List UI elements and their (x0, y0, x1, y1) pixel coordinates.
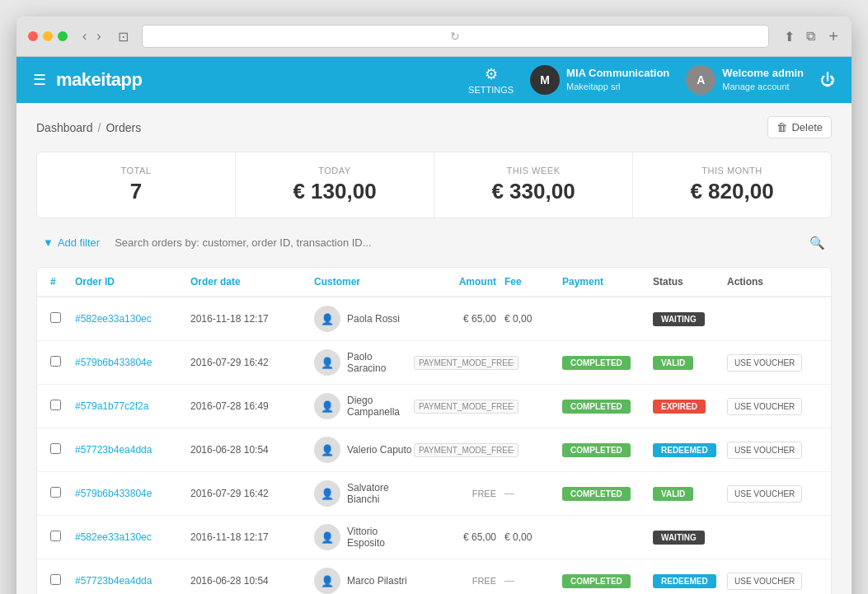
col-order-date[interactable]: Order date (190, 276, 314, 288)
row-checkbox[interactable] (50, 531, 75, 544)
row-checkbox[interactable] (50, 312, 75, 325)
stats-card: TOTAL 7 TODAY € 130,00 THIS WEEK € 330,0… (36, 152, 832, 218)
row-fee: € 0,00 (504, 313, 562, 325)
row-payment: COMPLETED (562, 443, 653, 457)
row-order-id[interactable]: #582ee33a130ec (75, 531, 190, 543)
stat-today-value: € 130,00 (256, 179, 414, 204)
col-hash: # (50, 276, 75, 288)
row-status: VALID (653, 487, 727, 501)
use-voucher-button[interactable]: USE VOUCHER (727, 485, 802, 503)
row-checkbox[interactable] (50, 487, 75, 500)
row-actions: USE VOUCHER (727, 398, 818, 415)
row-payment: COMPLETED (562, 487, 653, 501)
breadcrumb-actions: 🗑 Delete (767, 116, 832, 138)
delete-button[interactable]: 🗑 Delete (767, 116, 832, 138)
maximize-dot[interactable] (58, 31, 68, 41)
customer-name: Vittorio Esposito (347, 526, 414, 549)
payment-tag: PAYMENT_MODE_FREE (414, 443, 518, 457)
status-badge: COMPLETED (562, 356, 631, 370)
row-amount: FREE (414, 488, 504, 499)
row-checkbox[interactable] (50, 443, 75, 456)
row-checkbox[interactable] (50, 400, 75, 413)
row-order-id[interactable]: #579b6b433804e (75, 357, 190, 368)
share-button[interactable]: ⬆ (781, 29, 798, 44)
row-fee: — (504, 488, 562, 499)
row-date: 2016-06-28 10:54 (190, 575, 314, 587)
row-amount: PAYMENT_MODE_FREE (414, 444, 504, 456)
app-content: Dashboard / Orders 🗑 Delete TOTAL 7 TODA… (16, 103, 852, 594)
customer-name: Paolo Saracino (347, 351, 414, 374)
row-order-id[interactable]: #579b6b433804e (75, 488, 190, 499)
add-filter-button[interactable]: ▼ Add filter (36, 232, 106, 254)
minimize-dot[interactable] (43, 31, 53, 41)
stat-today: TODAY € 130,00 (236, 152, 434, 217)
use-voucher-button[interactable]: USE VOUCHER (727, 442, 802, 459)
row-checkbox[interactable] (50, 574, 75, 587)
use-voucher-button[interactable]: USE VOUCHER (727, 573, 802, 590)
address-bar[interactable]: ↻ (142, 25, 770, 48)
col-customer[interactable]: Customer (314, 276, 414, 288)
row-order-id[interactable]: #582ee33a130ec (75, 313, 190, 325)
close-dot[interactable] (28, 31, 38, 41)
row-customer: 👤 Diego Campanella (314, 393, 414, 419)
customer-avatar: 👤 (314, 349, 340, 376)
row-order-id[interactable]: #57723b4ea4dda (75, 444, 190, 456)
stat-week-value: € 330,00 (454, 179, 612, 204)
forward-button[interactable]: › (93, 29, 104, 44)
row-payment: COMPLETED (562, 400, 653, 414)
header-right: ⚙ SETTINGS M MIA Communication Makeitapp… (468, 65, 835, 95)
use-voucher-button[interactable]: USE VOUCHER (727, 398, 802, 415)
row-order-id[interactable]: #57723b4ea4dda (75, 575, 190, 587)
use-voucher-button[interactable]: USE VOUCHER (727, 354, 802, 372)
stat-month-value: € 820,00 (653, 179, 811, 204)
browser-dots (28, 31, 68, 41)
app-logo: makeitapp (56, 69, 142, 91)
new-tab-button[interactable]: + (827, 27, 840, 46)
row-checkbox[interactable] (50, 356, 75, 369)
filter-bar: ▼ Add filter 🔍 (36, 232, 832, 254)
row-customer: 👤 Salvatore Bianchi (314, 480, 414, 507)
row-customer: 👤 Valerio Caputo (314, 437, 414, 463)
row-fee: — (504, 400, 562, 412)
payment-status-badge: REDEEMED (653, 574, 716, 588)
row-customer: 👤 Paola Rossi (314, 306, 414, 332)
settings-button[interactable]: ⚙ SETTINGS (468, 65, 514, 95)
admin-text: Welcome admin Manage account (722, 67, 804, 92)
status-badge: WAITING (653, 531, 705, 545)
trash-icon: 🗑 (777, 121, 787, 133)
col-payment[interactable]: Payment (562, 276, 653, 288)
row-date: 2016-07-28 16:49 (190, 400, 314, 412)
col-order-id[interactable]: Order ID (75, 276, 190, 288)
admin-avatar: A (686, 65, 716, 95)
col-amount[interactable]: Amount (414, 276, 504, 288)
power-button[interactable]: ⏻ (820, 72, 835, 89)
table-row: #579a1b77c2f2a 2016-07-28 16:49 👤 Diego … (37, 385, 831, 428)
duplicate-button[interactable]: ⧉ (803, 29, 819, 44)
payment-status-badge: VALID (653, 356, 693, 370)
company-info[interactable]: M MIA Communication Makeitapp srl (530, 65, 669, 95)
row-date: 2016-11-18 12:17 (190, 313, 314, 325)
row-amount: € 65,00 (414, 531, 504, 543)
row-customer: 👤 Paolo Saracino (314, 349, 414, 376)
search-input[interactable] (115, 232, 795, 254)
back-button[interactable]: ‹ (79, 29, 90, 44)
company-name: MIA Communication (566, 67, 669, 81)
search-button[interactable]: 🔍 (803, 232, 832, 254)
breadcrumb-dashboard[interactable]: Dashboard (36, 121, 93, 134)
row-fee: € 0,00 (504, 531, 562, 543)
col-fee[interactable]: Fee (504, 276, 562, 288)
sidebar-button[interactable]: ⊡ (113, 29, 134, 44)
filter-icon: ▼ (43, 236, 54, 249)
menu-button[interactable]: ☰ (33, 71, 46, 89)
admin-sub: Manage account (722, 81, 804, 92)
admin-info[interactable]: A Welcome admin Manage account (686, 65, 804, 95)
gear-icon: ⚙ (485, 65, 498, 83)
row-date: 2016-11-18 12:17 (190, 531, 314, 543)
row-date: 2016-06-28 10:54 (190, 444, 314, 456)
row-customer: 👤 Vittorio Esposito (314, 524, 414, 550)
breadcrumb: Dashboard / Orders 🗑 Delete (36, 116, 832, 138)
browser-actions: ⬆ ⧉ (781, 29, 819, 44)
row-order-id[interactable]: #579a1b77c2f2a (75, 400, 190, 412)
customer-avatar: 👤 (314, 480, 340, 507)
customer-avatar: 👤 (314, 568, 340, 594)
